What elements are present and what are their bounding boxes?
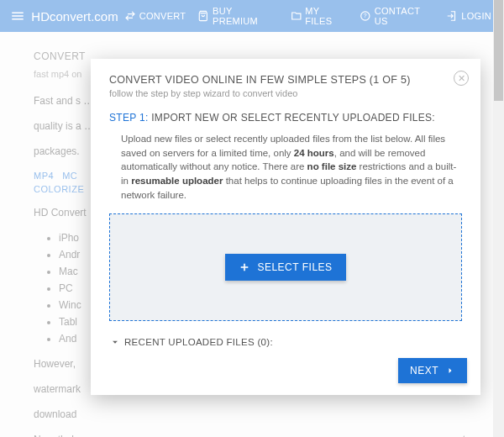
file-dropzone[interactable]: SELECT FILES (109, 213, 462, 321)
next-button[interactable]: NEXT (398, 358, 467, 383)
scrollbar-thumb[interactable] (494, 0, 503, 101)
recent-files-toggle[interactable]: RECENT UPLOADED FILES (0): (109, 336, 462, 348)
step-heading: STEP 1: IMPORT NEW OR SELECT RECENTLY UP… (109, 112, 462, 124)
modal-subtitle: follow the step by step wizard to conver… (109, 88, 462, 98)
chevron-down-icon (109, 336, 121, 348)
convert-wizard-modal: ✕ CONVERT VIDEO ONLINE IN FEW SIMPLE STE… (91, 59, 480, 395)
modal-title: CONVERT VIDEO ONLINE IN FEW SIMPLE STEPS… (109, 74, 462, 86)
chevron-right-icon (445, 366, 455, 376)
scrollbar[interactable] (493, 0, 504, 437)
select-files-button[interactable]: SELECT FILES (225, 254, 345, 281)
close-icon[interactable]: ✕ (454, 71, 469, 86)
step-description: Upload new files or select recently uplo… (121, 132, 457, 202)
plus-icon (239, 261, 250, 273)
